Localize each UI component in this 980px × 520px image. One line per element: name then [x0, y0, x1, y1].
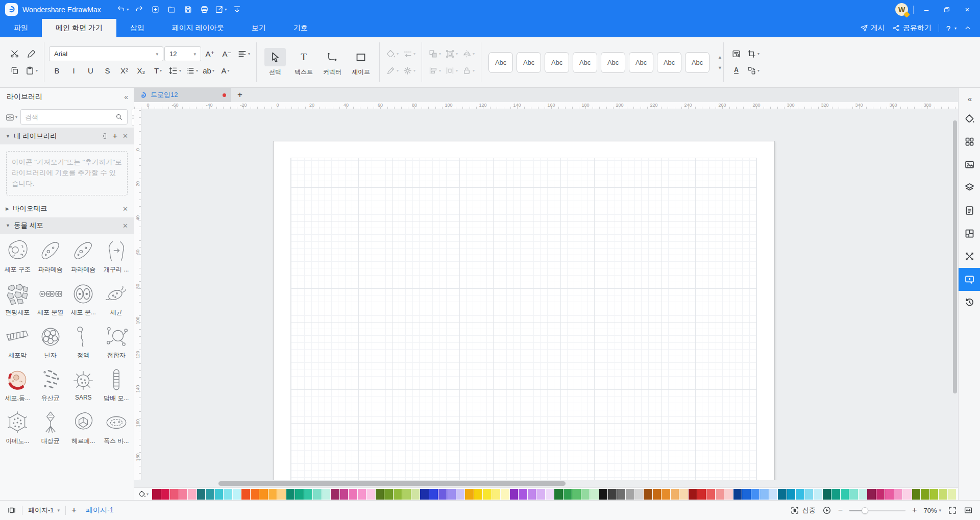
- color-swatch[interactable]: [501, 489, 509, 500]
- library-item[interactable]: 개구리 ...: [100, 238, 133, 274]
- color-swatch[interactable]: [859, 489, 867, 500]
- color-swatch[interactable]: [456, 489, 465, 500]
- library-search-box[interactable]: [20, 109, 128, 125]
- style-preset[interactable]: Abc: [488, 52, 513, 73]
- format-button[interactable]: A: [217, 63, 233, 79]
- color-swatch[interactable]: [331, 489, 339, 500]
- style-preset[interactable]: Abc: [545, 52, 569, 73]
- color-swatch[interactable]: [796, 489, 804, 500]
- library-item[interactable]: SARS: [67, 367, 100, 403]
- my-library-header[interactable]: ▼ 내 라이브러리 + ✕: [0, 128, 134, 144]
- quick-action-button[interactable]: [148, 3, 163, 16]
- color-swatch[interactable]: [617, 489, 626, 500]
- color-swatch[interactable]: [161, 489, 170, 500]
- drawing-page[interactable]: [273, 141, 775, 480]
- zoom-slider-knob[interactable]: [862, 507, 868, 514]
- quick-action-button[interactable]: [197, 3, 212, 16]
- color-swatch[interactable]: [179, 489, 188, 500]
- color-swatch[interactable]: [277, 489, 286, 500]
- page-selector[interactable]: 페이지-1▾: [28, 506, 60, 515]
- increase-font-button[interactable]: A⁺: [202, 46, 218, 62]
- text-align-button[interactable]: [236, 46, 252, 62]
- decrease-font-button[interactable]: A⁻: [219, 46, 235, 62]
- color-swatch[interactable]: [420, 489, 429, 500]
- sidebar-tool-button[interactable]: [959, 268, 980, 291]
- menu-tab[interactable]: 기호: [280, 19, 322, 37]
- color-swatch[interactable]: [233, 489, 241, 500]
- drawing-tool[interactable]: 선택: [261, 48, 289, 77]
- close-section-icon[interactable]: ✕: [122, 205, 128, 213]
- present-button[interactable]: [822, 506, 831, 515]
- color-swatch[interactable]: [894, 489, 903, 500]
- color-swatch[interactable]: [635, 489, 644, 500]
- format-button[interactable]: I: [66, 63, 82, 79]
- quick-action-button[interactable]: [230, 3, 245, 16]
- color-swatch[interactable]: [572, 489, 581, 500]
- color-swatch[interactable]: [394, 489, 402, 500]
- search-input[interactable]: [25, 113, 115, 121]
- fill-line-button[interactable]: [401, 46, 417, 62]
- menu-tab[interactable]: 페이지 레이아웃: [158, 19, 238, 37]
- color-swatch[interactable]: [224, 489, 232, 500]
- color-swatch[interactable]: [724, 489, 733, 500]
- style-preset[interactable]: Abc: [517, 52, 541, 73]
- color-swatch[interactable]: [170, 489, 179, 500]
- zoom-slider[interactable]: [849, 510, 905, 511]
- share-button[interactable]: 공유하기: [892, 23, 932, 33]
- quick-action-button[interactable]: [213, 3, 229, 16]
- color-swatch[interactable]: [841, 489, 849, 500]
- color-swatch[interactable]: [384, 489, 393, 500]
- color-swatch[interactable]: [823, 489, 831, 500]
- color-swatch[interactable]: [787, 489, 796, 500]
- color-swatch[interactable]: [867, 489, 876, 500]
- drawing-tool[interactable]: 셰이프: [347, 48, 375, 77]
- color-swatch[interactable]: [608, 489, 617, 500]
- color-swatch[interactable]: [831, 489, 840, 500]
- color-swatch[interactable]: [259, 489, 268, 500]
- library-item[interactable]: 세포 분열: [34, 281, 67, 317]
- color-swatch[interactable]: [349, 489, 357, 500]
- focus-mode-button[interactable]: 집중: [790, 506, 816, 515]
- library-item[interactable]: 접합자: [100, 324, 133, 360]
- color-swatch[interactable]: [599, 489, 608, 500]
- color-swatch[interactable]: [769, 489, 778, 500]
- library-item[interactable]: 세포 구조: [1, 238, 34, 274]
- vertical-scrollbar[interactable]: [952, 111, 958, 478]
- drawing-tool[interactable]: 텍스트: [290, 48, 317, 77]
- color-swatch[interactable]: [644, 489, 652, 500]
- zoom-in-button[interactable]: +: [912, 506, 917, 515]
- color-swatch[interactable]: [188, 489, 197, 500]
- menu-tab[interactable]: 파일: [0, 19, 42, 37]
- color-swatch[interactable]: [689, 489, 697, 500]
- quick-action-button[interactable]: [181, 3, 196, 16]
- zoom-out-button[interactable]: −: [838, 506, 843, 515]
- color-swatch[interactable]: [760, 489, 769, 500]
- color-swatch[interactable]: [912, 489, 921, 500]
- library-picker-button[interactable]: [5, 112, 17, 122]
- collapse-panel-icon[interactable]: «: [124, 93, 127, 101]
- color-swatch[interactable]: [241, 489, 250, 500]
- sidebar-tool-button[interactable]: [959, 222, 980, 245]
- color-swatch[interactable]: [411, 489, 420, 500]
- library-item[interactable]: 정액: [67, 324, 100, 360]
- paste-button[interactable]: [23, 63, 39, 79]
- color-swatch[interactable]: [876, 489, 885, 500]
- publish-button[interactable]: 게시: [860, 23, 885, 33]
- sidebar-tool-button[interactable]: [959, 107, 980, 130]
- fill-line-button[interactable]: [384, 46, 400, 62]
- color-swatch[interactable]: [546, 489, 554, 500]
- color-swatch[interactable]: [358, 489, 366, 500]
- style-preset[interactable]: Abc: [573, 52, 597, 73]
- add-library-icon[interactable]: +: [112, 131, 117, 141]
- color-swatch[interactable]: [313, 489, 322, 500]
- color-swatch[interactable]: [554, 489, 563, 500]
- color-swatch[interactable]: [716, 489, 724, 500]
- biotech-section-header[interactable]: ▶ 바이오테크 ✕: [0, 201, 134, 217]
- color-swatch[interactable]: [751, 489, 760, 500]
- horizontal-scrollbar-thumb[interactable]: [218, 481, 566, 486]
- color-swatch[interactable]: [304, 489, 313, 500]
- library-item[interactable]: 난자: [34, 324, 67, 360]
- format-button[interactable]: X²: [116, 63, 132, 79]
- restore-button[interactable]: [939, 3, 954, 16]
- format-button[interactable]: ab: [201, 63, 216, 79]
